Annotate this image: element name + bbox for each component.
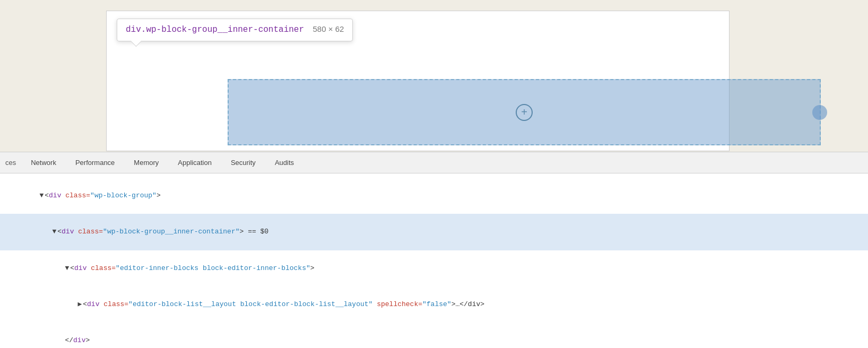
tab-audits-label: Audits bbox=[275, 159, 294, 167]
resize-handle[interactable] bbox=[812, 105, 827, 120]
tab-security[interactable]: Security bbox=[221, 152, 265, 173]
tab-network-label: Network bbox=[31, 159, 56, 167]
tree-line: ▼<div class="editor-inner-blocks block-e… bbox=[0, 250, 868, 286]
tab-security-label: Security bbox=[231, 159, 256, 167]
tree-line: </div> bbox=[0, 323, 868, 348]
element-tooltip: div.wp-block-group__inner-container 580 … bbox=[117, 19, 353, 41]
tab-application-label: Application bbox=[178, 159, 212, 167]
tab-memory-label: Memory bbox=[134, 159, 159, 167]
tab-network[interactable]: Network bbox=[21, 152, 66, 173]
devtools-panel: ces Network Performance Memory Applicati… bbox=[0, 152, 868, 348]
tab-audits[interactable]: Audits bbox=[265, 152, 303, 173]
tree-line-highlighted: ▼<div class="wp-block-group__inner-conta… bbox=[0, 214, 868, 250]
tooltip-dimensions: 580 × 62 bbox=[313, 24, 344, 33]
tree-line: ▼<div class="wp-block-group"> bbox=[0, 178, 868, 214]
tree-line: ▶<div class="editor-block-list__layout b… bbox=[0, 286, 868, 323]
preview-area: + div.wp-block-group__inner-container 58… bbox=[0, 0, 868, 156]
tree-caret[interactable]: ▼ bbox=[65, 264, 69, 272]
tooltip-element-name: div.wp-block-group__inner-container bbox=[126, 25, 304, 34]
tree-caret[interactable]: ▼ bbox=[52, 228, 56, 236]
tab-sources[interactable]: ces bbox=[0, 152, 21, 173]
tab-memory[interactable]: Memory bbox=[124, 152, 168, 173]
selected-element-highlight: + bbox=[228, 79, 821, 145]
tab-application[interactable]: Application bbox=[168, 152, 221, 173]
tab-performance-label: Performance bbox=[75, 159, 115, 167]
tabs-bar: ces Network Performance Memory Applicati… bbox=[0, 152, 868, 173]
tree-caret[interactable]: ▼ bbox=[39, 192, 44, 199]
tab-sources-label: ces bbox=[5, 159, 16, 167]
tab-performance[interactable]: Performance bbox=[66, 152, 124, 173]
tree-caret[interactable]: ▶ bbox=[77, 300, 82, 308]
add-block-icon[interactable]: + bbox=[516, 104, 533, 121]
html-tree: ▼<div class="wp-block-group"> ▼<div clas… bbox=[0, 173, 868, 348]
